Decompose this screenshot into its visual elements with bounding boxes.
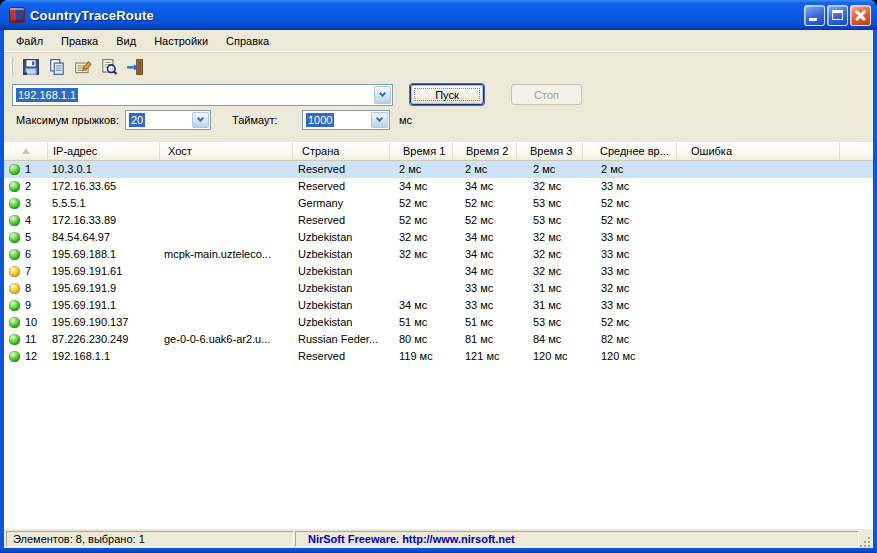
column-header[interactable]: Ошибка <box>677 142 840 160</box>
cell-time2: 121 мс <box>453 348 517 365</box>
target-combo-dropdown-button[interactable] <box>374 86 391 104</box>
cell-country: Reserved <box>293 212 390 229</box>
status-green-icon <box>9 215 20 226</box>
exit-icon <box>126 58 144 76</box>
timeout-combo[interactable]: 1000 <box>302 110 390 130</box>
find-button[interactable] <box>96 55 122 79</box>
cell-country: Reserved <box>293 348 390 365</box>
resize-grip[interactable] <box>859 536 871 548</box>
cell-country: Russian Feder... <box>293 331 390 348</box>
row-number: 5 <box>25 229 31 246</box>
column-header-filler <box>840 142 873 160</box>
table-row[interactable]: 35.5.5.1Germany52 мс52 мс53 мс52 мс <box>4 195 873 212</box>
table-row[interactable]: 10195.69.190.137Uzbekistan51 мс51 мс53 м… <box>4 314 873 331</box>
close-button[interactable] <box>850 5 871 26</box>
table-row[interactable]: 12192.168.1.1Reserved119 мс121 мс120 мс1… <box>4 348 873 365</box>
column-header[interactable]: Время 1 <box>390 142 453 160</box>
table-row[interactable]: 1187.226.230.249ge-0-0-6.uak6-ar2.u...Ru… <box>4 331 873 348</box>
cell-time2: 81 мс <box>453 331 517 348</box>
column-header[interactable]: IP-адрес <box>48 142 160 160</box>
menu-edit[interactable]: Правка <box>52 32 107 50</box>
cell-ip: 10.3.0.1 <box>48 161 160 178</box>
stop-button: Стоп <box>511 84 582 105</box>
cell-time1: 32 мс <box>390 229 453 246</box>
column-header[interactable]: Страна <box>293 142 390 160</box>
table-row[interactable]: 8195.69.191.9Uzbekistan33 мс31 мс32 мс <box>4 280 873 297</box>
status-green-icon <box>9 249 20 260</box>
cell-time1: 119 мс <box>390 348 453 365</box>
max-hops-label: Максимум прыжков: <box>16 114 119 126</box>
timeout-label: Таймаут: <box>232 114 278 126</box>
row-index-cell: 3 <box>4 195 48 212</box>
exit-button[interactable] <box>122 55 148 79</box>
minimize-button[interactable] <box>804 5 825 26</box>
cell-host <box>160 229 293 246</box>
column-header[interactable]: Среднее вр... <box>583 142 677 160</box>
client-area: Файл Правка Вид Настройки Справка <box>4 30 873 548</box>
cell-ip: 192.168.1.1 <box>48 348 160 365</box>
target-address-combo[interactable]: 192.168.1.1 <box>12 84 393 106</box>
properties-button[interactable] <box>70 55 96 79</box>
nirsoft-freeware-link[interactable]: NirSoft Freeware. http://www.nirsoft.net <box>308 533 515 545</box>
menu-view[interactable]: Вид <box>107 32 145 50</box>
table-row[interactable]: 9195.69.191.1Uzbekistan34 мс33 мс31 мс33… <box>4 297 873 314</box>
status-items-text: Элементов: 8, выбрано: 1 <box>13 533 145 545</box>
table-row[interactable]: 6195.69.188.1mcpk-main.uzteleco...Uzbeki… <box>4 246 873 263</box>
table-header: IP-адресХостСтранаВремя 1Время 2Время 3С… <box>4 142 873 161</box>
table-row[interactable]: 4172.16.33.89Reserved52 мс52 мс53 мс52 м… <box>4 212 873 229</box>
table-row[interactable]: 110.3.0.1Reserved2 мс2 мс2 мс2 мс <box>4 161 873 178</box>
row-index-cell: 11 <box>4 331 48 348</box>
cell-host: mcpk-main.uzteleco... <box>160 246 293 263</box>
save-button[interactable] <box>18 55 44 79</box>
cell-error <box>677 195 840 212</box>
cell-host <box>160 195 293 212</box>
cell-avg: 52 мс <box>583 314 677 331</box>
cell-error <box>677 178 840 195</box>
cell-avg: 52 мс <box>583 212 677 229</box>
cell-ip: 195.69.190.137 <box>48 314 160 331</box>
row-number: 3 <box>25 195 31 212</box>
cell-time1 <box>390 280 453 297</box>
timeout-dropdown-button[interactable] <box>371 112 388 128</box>
menu-file[interactable]: Файл <box>7 32 52 50</box>
cell-time3: 84 мс <box>517 331 583 348</box>
max-hops-combo[interactable]: 20 <box>125 110 211 130</box>
row-number: 6 <box>25 246 31 263</box>
cell-time3: 120 мс <box>517 348 583 365</box>
column-header[interactable]: Время 3 <box>517 142 583 160</box>
trace-list: 110.3.0.1Reserved2 мс2 мс2 мс2 мс2172.16… <box>4 161 873 365</box>
cell-avg: 33 мс <box>583 178 677 195</box>
cell-error <box>677 263 840 280</box>
table-row[interactable]: 584.54.64.97Uzbekistan32 мс34 мс32 мс33 … <box>4 229 873 246</box>
menu-help[interactable]: Справка <box>217 32 278 50</box>
column-header[interactable]: Время 2 <box>453 142 517 160</box>
cell-time1: 34 мс <box>390 178 453 195</box>
start-button[interactable]: Пуск <box>410 84 484 105</box>
row-index-cell: 5 <box>4 229 48 246</box>
column-header[interactable]: Хост <box>160 142 293 160</box>
window-border-bottom <box>0 548 877 553</box>
target-address-value[interactable]: 192.168.1.1 <box>16 88 78 102</box>
cell-time3: 31 мс <box>517 280 583 297</box>
table-row[interactable]: 2172.16.33.65Reserved34 мс34 мс32 мс33 м… <box>4 178 873 195</box>
cell-country: Uzbekistan <box>293 246 390 263</box>
menu-options[interactable]: Настройки <box>145 32 217 50</box>
title-bar[interactable]: CountryTraceRoute <box>0 0 877 30</box>
minimize-icon <box>809 18 817 21</box>
cell-time1: 51 мс <box>390 314 453 331</box>
column-header-sort[interactable] <box>4 142 48 160</box>
cell-time2: 52 мс <box>453 212 517 229</box>
max-hops-value[interactable]: 20 <box>129 113 145 127</box>
max-hops-dropdown-button[interactable] <box>192 112 209 128</box>
row-number: 8 <box>25 280 31 297</box>
chevron-down-icon <box>376 115 383 122</box>
cell-time3: 32 мс <box>517 229 583 246</box>
table-row[interactable]: 7195.69.191.61Uzbekistan34 мс32 мс33 мс <box>4 263 873 280</box>
maximize-icon <box>832 10 843 20</box>
maximize-button[interactable] <box>827 5 848 26</box>
copy-button[interactable] <box>44 55 70 79</box>
timeout-value[interactable]: 1000 <box>306 113 334 127</box>
row-number: 12 <box>25 348 37 365</box>
status-yellow-icon <box>9 283 20 294</box>
cell-time2: 34 мс <box>453 246 517 263</box>
